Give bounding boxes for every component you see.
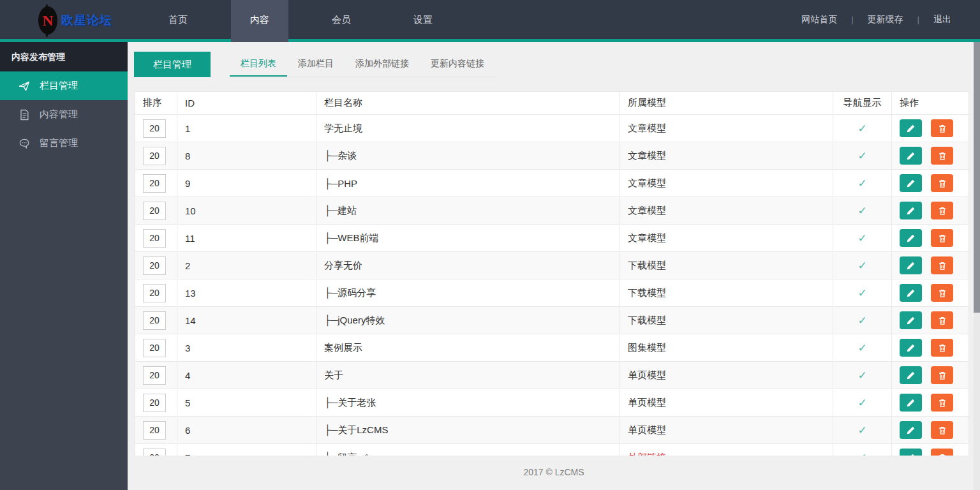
edit-button[interactable] (900, 394, 922, 412)
sort-order-input[interactable] (143, 229, 166, 248)
delete-button[interactable] (931, 229, 953, 247)
link-divider: | (917, 15, 919, 24)
model-cell: 单页模型 (620, 362, 833, 389)
tab-update-content-link[interactable]: 更新内容链接 (420, 51, 495, 77)
tab-add-category[interactable]: 添加栏目 (287, 51, 345, 77)
actions-cell (892, 170, 969, 197)
delete-button[interactable] (931, 256, 953, 274)
table-row: 3 案例展示 图集模型 ✓ (135, 334, 969, 362)
link-divider: | (851, 15, 853, 24)
name-cell: ├─WEB前端 (316, 225, 620, 251)
edit-button[interactable] (900, 174, 922, 192)
sort-order-input[interactable] (143, 339, 166, 357)
site-home-link[interactable]: 网站首页 (801, 14, 837, 26)
trash-icon (938, 398, 947, 408)
tab-category-list[interactable]: 栏目列表 (230, 51, 287, 77)
edit-button[interactable] (900, 256, 922, 274)
pencil-icon (906, 234, 916, 243)
id-cell: 5 (177, 389, 316, 416)
trash-icon (938, 371, 947, 380)
sidebar-item-category-manage[interactable]: 栏目管理 (0, 71, 128, 100)
sort-order-input[interactable] (143, 284, 166, 302)
sort-cell (135, 225, 177, 251)
delete-button[interactable] (931, 311, 953, 329)
sort-cell (135, 252, 177, 279)
trash-icon (938, 151, 947, 161)
pencil-icon (906, 343, 916, 353)
edit-button[interactable] (900, 147, 922, 165)
delete-button[interactable] (931, 174, 953, 192)
table-row: 1 学无止境 文章模型 ✓ (135, 115, 969, 142)
nav-display-cell: ✓ (833, 197, 892, 224)
actions-cell (892, 225, 969, 251)
sort-order-input[interactable] (143, 119, 166, 138)
site-logo[interactable]: N 欧星论坛 (38, 6, 112, 35)
sidebar-item-content-manage[interactable]: 内容管理 (0, 100, 128, 129)
id-cell: 10 (177, 197, 316, 224)
delete-button[interactable] (931, 394, 953, 412)
actions-cell (892, 307, 969, 334)
delete-button[interactable] (931, 284, 953, 302)
id-cell: 8 (177, 142, 316, 169)
sort-cell (135, 389, 177, 416)
name-cell: ├─PHP (316, 170, 620, 197)
column-header-nav: 导航显示 (833, 92, 892, 114)
sidebar-item-message-manage[interactable]: 留言管理 (0, 129, 128, 158)
sort-cell (135, 417, 177, 443)
edit-button[interactable] (900, 339, 922, 357)
category-name: 案例展示 (324, 342, 362, 354)
sort-order-input[interactable] (143, 394, 166, 412)
scrollbar[interactable] (974, 42, 980, 490)
delete-button[interactable] (931, 202, 953, 219)
model-cell: 文章模型 (620, 197, 833, 224)
id-cell: 14 (177, 307, 316, 334)
refresh-cache-link[interactable]: 更新缓存 (868, 14, 903, 26)
pencil-icon (906, 179, 916, 188)
delete-button[interactable] (931, 119, 953, 137)
category-name: ├─WEB前端 (324, 232, 378, 244)
top-menu-settings[interactable]: 设置 (394, 0, 452, 39)
table-header-row: 排序 ID 栏目名称 所属模型 导航显示 操作 (135, 92, 969, 115)
top-menu-members[interactable]: 会员 (313, 0, 370, 39)
edit-button[interactable] (900, 366, 922, 384)
logout-link[interactable]: 退出 (933, 14, 951, 26)
edit-button[interactable] (900, 421, 922, 439)
edit-button[interactable] (900, 119, 922, 137)
actions-cell (892, 197, 969, 224)
tab-bar: 栏目列表 添加栏目 添加外部链接 更新内容链接 (230, 51, 495, 77)
top-menu-content[interactable]: 内容 (231, 0, 288, 42)
scrollbar-thumb[interactable] (974, 42, 980, 313)
edit-button[interactable] (900, 202, 922, 219)
edit-button[interactable] (900, 229, 922, 247)
sort-order-input[interactable] (143, 174, 166, 193)
sort-order-input[interactable] (143, 147, 166, 165)
sort-cell (135, 362, 177, 389)
nav-display-cell: ✓ (833, 279, 892, 306)
table-row: 5 ├─关于老张 单页模型 ✓ (135, 389, 969, 417)
sort-order-input[interactable] (143, 366, 166, 385)
sort-order-input[interactable] (143, 421, 166, 440)
model-cell: 文章模型 (620, 142, 833, 169)
edit-button[interactable] (900, 311, 922, 329)
actions-cell (892, 279, 969, 306)
category-manage-button[interactable]: 栏目管理 (134, 52, 211, 77)
sort-order-input[interactable] (143, 256, 166, 275)
check-icon: ✓ (858, 286, 866, 300)
nav-display-cell: ✓ (833, 417, 892, 443)
delete-button[interactable] (931, 339, 953, 357)
delete-button[interactable] (931, 421, 953, 439)
top-menu-home[interactable]: 首页 (149, 0, 207, 39)
sort-order-input[interactable] (143, 311, 166, 330)
nav-display-cell: ✓ (833, 307, 892, 334)
id-cell: 11 (177, 225, 316, 251)
delete-button[interactable] (931, 147, 953, 165)
table-row: 6 ├─关于LzCMS 单页模型 ✓ (135, 417, 969, 444)
check-icon: ✓ (858, 177, 866, 190)
trash-icon (938, 261, 947, 271)
sidebar-item-label: 栏目管理 (40, 80, 78, 92)
delete-button[interactable] (931, 366, 953, 384)
edit-button[interactable] (900, 284, 922, 302)
sort-order-input[interactable] (143, 202, 166, 220)
tab-add-external-link[interactable]: 添加外部链接 (345, 51, 420, 77)
logo-letter: N (42, 12, 53, 29)
